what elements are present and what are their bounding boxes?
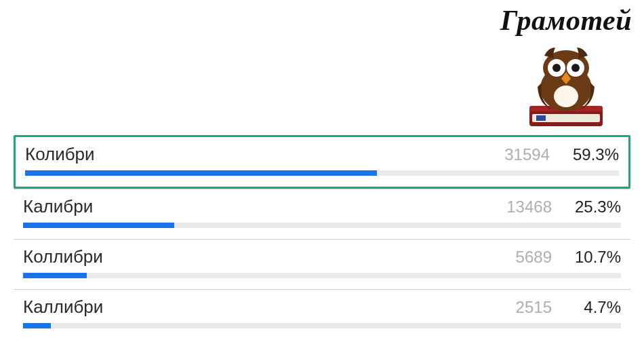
progress-fill xyxy=(23,323,51,328)
option-count: 13468 xyxy=(506,197,552,216)
svg-point-10 xyxy=(571,64,580,72)
brand-block: Грамотей xyxy=(500,4,632,133)
option-count: 5689 xyxy=(516,248,552,267)
option-count: 31594 xyxy=(504,145,550,164)
option-count: 2515 xyxy=(516,298,552,317)
owl-on-book-icon xyxy=(500,38,632,133)
svg-point-5 xyxy=(554,86,578,107)
option-percent: 10.7% xyxy=(571,248,621,267)
poll-option[interactable]: Колибри 31594 59.3% xyxy=(14,135,630,189)
option-percent: 59.3% xyxy=(569,145,619,164)
option-label: Коллибри xyxy=(23,246,103,267)
progress-fill xyxy=(23,273,87,278)
progress-track xyxy=(23,273,621,278)
progress-track xyxy=(23,323,621,328)
poll-option[interactable]: Калибри 13468 25.3% xyxy=(14,189,630,239)
option-percent: 4.7% xyxy=(571,298,621,317)
poll-results: Колибри 31594 59.3% Калибри 13468 25.3% xyxy=(14,136,630,339)
option-percent: 25.3% xyxy=(571,197,621,216)
svg-point-9 xyxy=(552,64,561,72)
poll-option[interactable]: Каллибри 2515 4.7% xyxy=(14,289,630,339)
progress-track xyxy=(23,223,621,228)
option-label: Колибри xyxy=(25,144,95,165)
svg-rect-3 xyxy=(536,115,546,121)
progress-track xyxy=(25,170,619,176)
progress-fill xyxy=(23,223,174,228)
option-label: Калибри xyxy=(23,196,93,217)
progress-fill xyxy=(25,170,377,176)
poll-option[interactable]: Коллибри 5689 10.7% xyxy=(14,239,630,289)
brand-title: Грамотей xyxy=(500,4,632,37)
option-label: Каллибри xyxy=(23,297,103,318)
